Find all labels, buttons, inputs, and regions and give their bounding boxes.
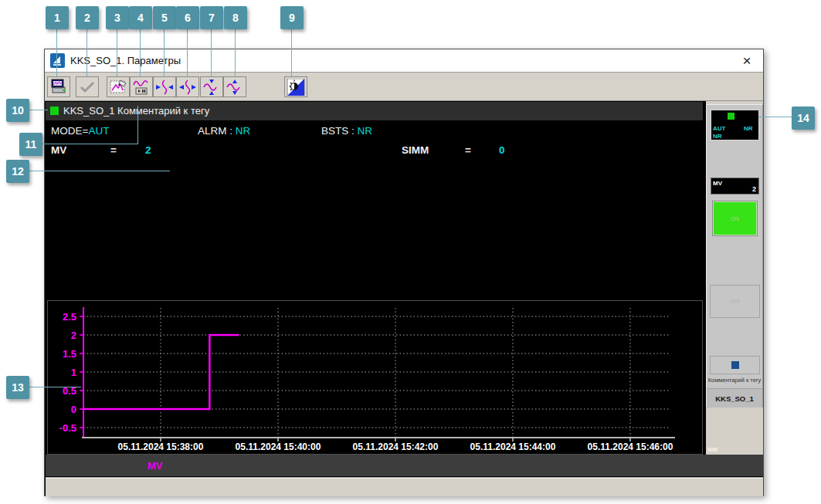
mini-alrm-value: NR — [744, 125, 753, 132]
callout-badge-8: 8 — [224, 6, 247, 29]
mode-value: AUT — [88, 125, 109, 137]
alrm-label: ALRM : — [198, 125, 236, 137]
print-screen-icon — [49, 79, 68, 96]
mini-mv-box: MV 2 — [711, 178, 759, 194]
time-axis-stretch-button[interactable] — [176, 76, 199, 97]
callout-badge-1: 1 — [46, 6, 69, 29]
callout-badge-11: 11 — [19, 133, 42, 156]
callout-line-5 — [164, 29, 165, 76]
svg-text:05.11.2024 15:46:00: 05.11.2024 15:46:00 — [588, 441, 673, 452]
svg-text:2.5: 2.5 — [63, 311, 76, 323]
theme-toggle-icon — [287, 79, 305, 96]
tag-status-indicator — [50, 107, 59, 115]
callout-badge-13: 13 — [6, 376, 29, 399]
svg-text:-0.5: -0.5 — [59, 422, 76, 434]
confirm-button[interactable] — [76, 76, 99, 97]
alrm-field: ALRM : NR — [198, 125, 250, 137]
alrm-value: NR — [236, 125, 251, 137]
trend-legend-bar: MV — [46, 455, 763, 476]
time-axis-stretch-icon — [178, 79, 197, 96]
simm-value: 0 — [499, 144, 505, 156]
bsts-value: NR — [358, 125, 373, 137]
report-image-icon — [109, 79, 127, 96]
simm-equals: = — [465, 144, 471, 156]
stop-button[interactable] — [710, 356, 760, 374]
trend-chart: 2.521.510.50-0.505.11.2024 15:38:0005.11… — [47, 300, 703, 455]
theme-toggle-button[interactable] — [284, 76, 307, 97]
callout-badge-14: 14 — [792, 107, 815, 130]
svg-text:05.11.2024 15:38:00: 05.11.2024 15:38:00 — [118, 441, 204, 452]
trend-play-pause-icon — [132, 79, 151, 96]
callout-line-1 — [56, 29, 57, 76]
value-axis-squeeze-icon — [202, 79, 221, 96]
bsts-label: BSTS : — [321, 125, 358, 137]
value-axis-stretch-button[interactable] — [223, 76, 246, 97]
svg-text:0: 0 — [71, 404, 76, 415]
callout-line-4 — [140, 29, 141, 76]
svg-text:1: 1 — [71, 367, 76, 378]
callout-line-2 — [87, 29, 87, 76]
svg-text:1.5: 1.5 — [63, 348, 76, 360]
toolbar — [45, 73, 763, 101]
time-axis-squeeze-button[interactable] — [153, 76, 176, 97]
sidebar-grip — [707, 448, 718, 452]
legend-series-label[interactable]: MV — [148, 460, 163, 472]
mv-value: 2 — [145, 144, 151, 156]
report-image-button[interactable] — [107, 76, 130, 97]
callout-line-14 — [758, 117, 792, 117]
callout-line-9 — [291, 29, 292, 76]
callout-badge-10: 10 — [6, 99, 29, 122]
mv-label: MV — [51, 144, 66, 156]
callout-line-11-v — [137, 106, 138, 144]
callout-line-11-h — [42, 144, 138, 144]
callout-badge-3: 3 — [106, 6, 129, 29]
callout-line-13 — [29, 387, 81, 387]
trend-svg: 2.521.510.50-0.505.11.2024 15:38:0005.11… — [48, 301, 702, 454]
confirm-check-icon — [79, 80, 96, 94]
simm-label: SIMM — [402, 144, 429, 156]
svg-text:05.11.2024 15:42:00: 05.11.2024 15:42:00 — [353, 441, 439, 452]
mini-faceplate: AUT NR NR MV 2 ON OFF Комментарий к тегу… — [706, 104, 763, 408]
mini-tag-name: KKS_SO_1 — [707, 388, 762, 408]
mini-status-box: AUT NR NR — [711, 110, 759, 140]
callout-badge-2: 2 — [76, 6, 99, 29]
tag-header-text: KKS_SO_1 Комментарий к тегу — [63, 105, 209, 117]
callout-badge-6: 6 — [176, 6, 199, 29]
callout-line-10 — [29, 110, 48, 110]
mini-status-indicator — [728, 113, 734, 120]
svg-text:2: 2 — [71, 330, 76, 341]
mode-field: MODE=AUT — [51, 125, 109, 137]
callout-line-8 — [235, 29, 236, 76]
status-bar — [46, 477, 763, 496]
value-axis-squeeze-button[interactable] — [200, 76, 223, 97]
print-screen-button[interactable] — [47, 76, 70, 97]
on-button[interactable]: ON — [712, 201, 758, 236]
callout-badge-9: 9 — [280, 6, 304, 29]
callout-line-12 — [29, 171, 170, 171]
callout-line-6 — [187, 29, 188, 76]
callout-line-3 — [117, 29, 117, 76]
off-button[interactable]: OFF — [710, 285, 760, 318]
close-button[interactable]: × — [738, 52, 755, 69]
callout-line-7 — [211, 29, 212, 76]
mini-mode-value: AUT — [713, 125, 725, 132]
callout-badge-5: 5 — [153, 6, 176, 29]
bsts-field: BSTS : NR — [321, 125, 372, 137]
mini-mv-label: MV — [713, 180, 722, 187]
mv-equals: = — [110, 144, 117, 156]
time-axis-squeeze-icon — [155, 79, 174, 96]
page: 1 2 3 4 5 6 7 8 9 10 11 12 13 14 KKS_SO_… — [0, 0, 821, 504]
trend-play-pause-button[interactable] — [130, 76, 153, 97]
callout-badge-4: 4 — [129, 6, 152, 29]
value-axis-stretch-icon — [226, 79, 244, 96]
mini-mv-value: 2 — [752, 185, 756, 193]
mode-label: MODE= — [51, 125, 88, 137]
callout-badge-7: 7 — [200, 6, 223, 29]
title-bar[interactable]: KKS_SO_1. Параметры × — [45, 49, 763, 73]
svg-text:05.11.2024 15:44:00: 05.11.2024 15:44:00 — [470, 441, 556, 452]
app-icon — [50, 53, 65, 68]
stop-square-icon — [731, 361, 739, 369]
svg-text:05.11.2024 15:40:00: 05.11.2024 15:40:00 — [236, 441, 321, 452]
mini-comment-label: Комментарий к тегу — [707, 377, 762, 384]
callout-badge-12: 12 — [6, 160, 29, 183]
